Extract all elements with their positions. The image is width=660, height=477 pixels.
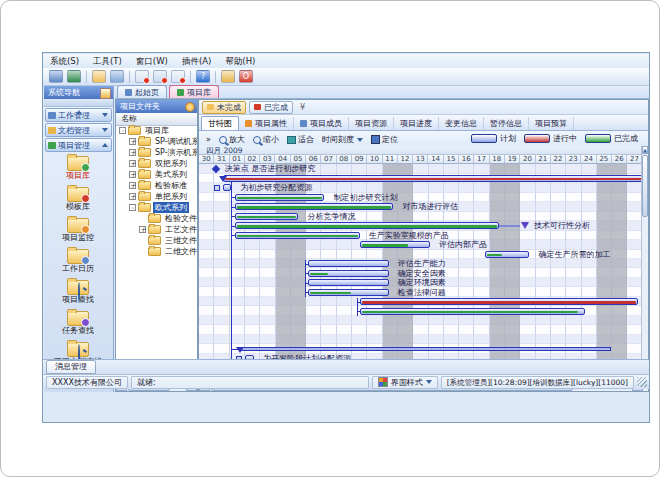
expand-icon[interactable]: +: [129, 182, 136, 189]
mail-2-icon[interactable]: [153, 70, 167, 83]
tab-起始页[interactable]: 起始页: [117, 85, 167, 98]
mail-3-icon[interactable]: [171, 70, 185, 83]
tree-node-三维文件[interactable]: 三维文件: [116, 235, 197, 246]
computer-icon[interactable]: [49, 70, 63, 83]
filter-extra-button[interactable]: ¥: [300, 103, 305, 112]
expand-icon[interactable]: +: [139, 226, 146, 233]
tree-node-工艺文件[interactable]: +工艺文件: [116, 224, 197, 235]
chevron-down-icon[interactable]: [102, 113, 108, 117]
sidebar-item-项目监控[interactable]: 项目监控: [45, 216, 111, 247]
gantt-month-header: 四月 2009: [199, 146, 643, 155]
gantt-vertical-scrollbar[interactable]: ▲ ▼: [641, 146, 648, 379]
tree-node-检验文件[interactable]: 检验文件: [116, 213, 197, 224]
gantt-bar[interactable]: [235, 222, 499, 229]
sidebar-item-任务查找[interactable]: 任务查找: [45, 309, 111, 340]
gantt-bar[interactable]: [308, 289, 389, 296]
folder-chart-icon[interactable]: [110, 70, 124, 83]
detail-tab-项目进度[interactable]: 项目进度: [394, 117, 439, 130]
chevron-down-icon[interactable]: [102, 128, 108, 132]
sidebar-section-工作管理[interactable]: 工作管理: [45, 108, 112, 122]
detail-tab-甘特图[interactable]: 甘特图: [201, 116, 239, 130]
zoom-out-button[interactable]: 缩小: [249, 133, 283, 146]
detail-tab-项目资源[interactable]: 项目资源: [349, 117, 394, 130]
scroll-up-icon[interactable]: ▲: [642, 146, 648, 154]
sidebar-collapse-handle[interactable]: [44, 99, 113, 107]
detail-tab-label: 项目资源: [355, 117, 387, 130]
tree-node-欧式系列[interactable]: -欧式系列: [116, 202, 197, 213]
lock-icon[interactable]: [221, 70, 235, 83]
pushpin-icon[interactable]: [185, 102, 195, 112]
tree-node-二维文件[interactable]: 二维文件: [116, 246, 197, 257]
sidebar-item-项目库[interactable]: 项目库: [45, 154, 111, 185]
expand-icon[interactable]: +: [129, 138, 136, 145]
expand-icon[interactable]: +: [129, 149, 136, 156]
detail-tab-项目属性[interactable]: 项目属性: [239, 117, 294, 130]
tab-项目库[interactable]: 项目库: [169, 85, 219, 98]
gantt-bar[interactable]: [360, 298, 638, 305]
filter-未完成[interactable]: 未完成: [202, 101, 246, 114]
tree-node-项目库[interactable]: -项目库: [116, 125, 197, 136]
tree-node-SP-调试机系[interactable]: +SP-调试机系: [116, 136, 197, 147]
globe-icon[interactable]: [67, 70, 81, 83]
summary-start-icon: [236, 347, 244, 353]
gantt-bar[interactable]: [235, 203, 393, 210]
ui-style-button[interactable]: 界面样式: [372, 376, 438, 389]
day-cell: 10: [367, 155, 382, 164]
tree-node-美式系列[interactable]: +美式系列: [116, 169, 197, 180]
mail-1-icon[interactable]: [135, 70, 149, 83]
resize-grip[interactable]: [637, 377, 647, 387]
gantt-bar[interactable]: [485, 251, 529, 258]
menu-item-0[interactable]: 系统(S): [43, 55, 86, 67]
gantt-bar[interactable]: [235, 213, 298, 220]
gantt-bar[interactable]: [360, 241, 430, 248]
collapse-icon[interactable]: -: [119, 127, 126, 134]
filter-已完成[interactable]: 已完成: [249, 101, 293, 114]
help-icon[interactable]: ?: [196, 70, 210, 83]
sidebar-pin-icon[interactable]: [100, 88, 111, 99]
gantt-bar[interactable]: [223, 184, 231, 191]
gantt-bar[interactable]: [235, 232, 360, 239]
open-folder-icon[interactable]: [92, 70, 106, 83]
detail-tab-项目预算[interactable]: 项目预算: [529, 117, 574, 130]
sidebar-header: 系统导航: [44, 86, 113, 99]
expand-icon[interactable]: +: [129, 193, 136, 200]
status-bar: XXXX技术有限公司 就绪: 界面样式 [系统管理员][10:28:09][培训…: [43, 374, 649, 389]
tree-node-单把系列[interactable]: +单把系列: [116, 191, 197, 202]
menu-item-4[interactable]: 帮助(H): [218, 55, 262, 67]
toolbar-overflow-chevron[interactable]: »: [202, 133, 215, 146]
detail-tab-暂停信息[interactable]: 暂停信息: [484, 117, 529, 130]
gantt-bar[interactable]: [308, 270, 389, 277]
chevron-up-icon[interactable]: [102, 143, 108, 147]
day-cell: 09: [352, 155, 367, 164]
sidebar-section-项目管理[interactable]: 项目管理: [45, 138, 112, 152]
tree-node-检验标准[interactable]: +检验标准: [116, 180, 197, 191]
locate-button[interactable]: 定位: [367, 133, 402, 146]
sidebar-item-工作日历[interactable]: 工作日历: [45, 247, 111, 278]
menu-item-3[interactable]: 插件(A): [175, 55, 218, 67]
message-management-tab[interactable]: 消息管理: [46, 360, 96, 374]
gantt-summary-bar[interactable]: [240, 347, 610, 351]
collapse-icon[interactable]: -: [129, 204, 136, 211]
menu-item-2[interactable]: 窗口(W): [129, 55, 175, 67]
sidebar-item-项目查找[interactable]: 项目查找: [45, 278, 111, 309]
gantt-bar[interactable]: [360, 308, 585, 315]
expand-icon[interactable]: +: [129, 171, 136, 178]
sidebar-section-文档管理[interactable]: 文档管理: [45, 123, 112, 137]
timescale-dropdown[interactable]: 时间刻度: [318, 133, 367, 146]
fit-button[interactable]: 适合: [283, 133, 318, 146]
gantt-bar[interactable]: [235, 194, 325, 201]
detail-tab-变更信息[interactable]: 变更信息: [439, 117, 484, 130]
tree-node-SP-演示机系[interactable]: +SP-演示机系: [116, 147, 197, 158]
sidebar-item-模板库[interactable]: 模板库: [45, 185, 111, 216]
menu-item-1[interactable]: 工具(T): [86, 55, 129, 67]
detail-tab-项目成员[interactable]: 项目成员: [294, 117, 349, 130]
zoom-in-button[interactable]: 放大: [215, 133, 249, 146]
gantt-bar[interactable]: [223, 175, 643, 182]
gantt-bar[interactable]: [308, 279, 389, 286]
power-icon[interactable]: O: [239, 70, 253, 83]
gantt-bar[interactable]: [308, 260, 389, 267]
tree-node-双把系列[interactable]: +双把系列: [116, 158, 197, 169]
expand-icon[interactable]: +: [129, 160, 136, 167]
gantt-milestone[interactable]: [212, 164, 220, 172]
gantt-vscroll-thumb[interactable]: [642, 155, 648, 217]
